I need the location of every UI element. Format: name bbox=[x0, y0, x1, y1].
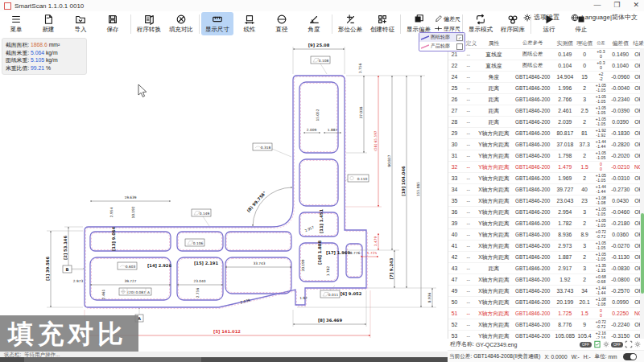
pencil-icon bbox=[435, 15, 442, 23]
table-row[interactable]: 31 -- Y轴方向距离 GBT14846-200 1.798 2 +1.05-… bbox=[448, 150, 644, 162]
linear-button[interactable]: 线性 bbox=[233, 12, 266, 35]
table-row[interactable]: 52 -- X轴方向距离 GBT14846-200 8.776 9 +0.72-… bbox=[448, 319, 644, 331]
cell-attr: X轴方向距离 bbox=[477, 197, 512, 205]
cell-custom: -- bbox=[460, 108, 477, 113]
diameter-button[interactable]: 直径 bbox=[266, 12, 298, 35]
table-row[interactable]: 22 -- 直线度 图纸公差 0.104 0 +0.30 0.1040 OK bbox=[448, 60, 644, 72]
toolbar-separator bbox=[130, 14, 131, 34]
dimension-texts: [9] 25.08 [5] 141.012 [8] 36.469 37.018 … bbox=[45, 43, 431, 334]
cell-attr: X轴方向距离 bbox=[477, 242, 512, 250]
info-row: 截面面积: 1868.6 mm² bbox=[6, 41, 83, 49]
watermark-fill-compare: 填充对比 bbox=[0, 315, 138, 356]
minimize-button[interactable]: — bbox=[593, 1, 601, 9]
cell-dev: -0.0040 bbox=[609, 85, 632, 91]
wall-thickness-ruler-button[interactable]: 壁厚尺 bbox=[435, 25, 460, 33]
dim-text: 2.009 bbox=[307, 128, 317, 132]
cell-dev: 0.0430 bbox=[609, 198, 632, 204]
maximize-button[interactable]: ❐ bbox=[613, 1, 620, 9]
menu-button[interactable]: 菜单 bbox=[0, 12, 32, 35]
drawing-canvas[interactable]: 0.149 0.106 0.603 0.318 0.108 0.011 0.11… bbox=[0, 36, 448, 352]
cell-no: 53 bbox=[448, 333, 460, 339]
table-row[interactable]: 47 -- X轴方向距离 GBT14846-200 1.92 2 +0.68-0… bbox=[448, 274, 644, 286]
dim-text: 1.92 bbox=[299, 296, 308, 300]
table-row[interactable]: 25 -- 距离 GBT14846-200 1.996 2 +1.05-1.05… bbox=[448, 83, 644, 94]
report-file-icon[interactable] bbox=[593, 340, 601, 348]
table-row[interactable]: 24 -- 角度 GBT14846-200 14.904 15 +2-2 -0.… bbox=[448, 72, 644, 83]
cell-tol-dn: -1.05 bbox=[597, 179, 606, 183]
scrollbar-thumb[interactable] bbox=[641, 213, 644, 294]
cell-meas: 0.149 bbox=[554, 51, 576, 57]
cell-attr: Y轴方向距离 bbox=[477, 152, 512, 160]
save-button[interactable]: 保存 bbox=[97, 12, 129, 35]
cell-tol-dn: 0 bbox=[600, 55, 602, 59]
dim-text: [2] 53.146 bbox=[63, 236, 68, 261]
section-info-panel: 截面面积: 1868.6 mm² 截面米重: 5.064 kg/m 图纸米重: … bbox=[2, 38, 87, 75]
angle-button[interactable]: 角度 bbox=[298, 12, 330, 35]
app-window: SmartScan 1.1.0.1 0010 — ❐ ✕ 菜单 新建 导入 保存… bbox=[0, 0, 644, 362]
cell-ref: GBT14846-200 bbox=[511, 299, 554, 305]
create-feature-button[interactable]: 创建特征 bbox=[366, 12, 398, 35]
table-row[interactable]: 27 -- 距离 GBT14846-200 2.461 2.5 +1.05-1.… bbox=[448, 105, 644, 117]
program-footer: 程序名称: GY-QC2349.eng OFF OFF bbox=[448, 339, 644, 350]
new-button[interactable]: 新建 bbox=[32, 12, 64, 35]
table-row[interactable]: 35 -- X轴方向距离 GBT14846-200 23.043 23 +1.0… bbox=[448, 195, 644, 207]
import-button[interactable]: 导入 bbox=[64, 12, 97, 35]
table-row[interactable]: 50 -- Y轴方向距离 GBT14846-200 20.199 20.1 +1… bbox=[448, 297, 644, 308]
cell-tolerance: +0.68-0.68 bbox=[593, 275, 609, 284]
toggle-off-badge[interactable]: OFF bbox=[611, 342, 623, 348]
cell-ref: GBT14846-200 bbox=[511, 265, 554, 271]
table-row[interactable]: 30 -- Y轴方向距离 GBT14846-200 37.018 37.3 +1… bbox=[448, 139, 644, 150]
cell-dev: -0.1130 bbox=[609, 254, 632, 260]
close-button[interactable]: ✕ bbox=[633, 1, 639, 9]
cell-tol-dn: -1.05 bbox=[597, 156, 606, 160]
unit-toggle-switch[interactable] bbox=[623, 353, 637, 360]
table-row[interactable]: 43 -- 距离 GBT14846-200 2.917 3 +1.35-1.35… bbox=[448, 263, 644, 274]
drawing-outline-checkbox[interactable]: ✓ bbox=[456, 35, 463, 41]
table-row[interactable]: 51 -- X轴方向距离 GBT14846-200 1.725 1.5 00 0… bbox=[448, 308, 644, 319]
cell-custom: -- bbox=[460, 220, 477, 226]
options-button[interactable]: 选项设置 bbox=[523, 13, 559, 22]
table-row[interactable]: 28 -- 距离 GBT14846-200 2.039 2 +1.05-1.05… bbox=[448, 117, 644, 128]
cell-tol-dn: -0.68 bbox=[597, 280, 606, 284]
cell-theo: 1.5 bbox=[576, 164, 593, 170]
cell-custom: -- bbox=[460, 51, 477, 57]
table-row[interactable]: 36 -- Y轴方向距离 GBT14846-200 2.954 3 +1.05-… bbox=[448, 207, 644, 218]
cell-dev: 0.0360 bbox=[609, 232, 632, 237]
cell-custom: -- bbox=[460, 277, 477, 282]
product-outline-checkbox[interactable] bbox=[456, 43, 463, 50]
table-row[interactable]: 49 -- X轴方向距离 GBT14846-200 33.743 34 +1.4… bbox=[448, 286, 644, 297]
fill-compare-button[interactable]: 填充对比 bbox=[165, 12, 197, 35]
table-row[interactable]: 39 -- Y轴方向距离 GBT14846-200 1.782 2 +1.05-… bbox=[448, 218, 644, 229]
status-bar-text: 等待用户操作... bbox=[24, 352, 60, 357]
table-row[interactable]: 34 -- X轴方向距离 GBT14846-200 39.727 40 +1.4… bbox=[448, 184, 644, 195]
table-row[interactable]: 41 -- X轴方向距离 GBT14846-200 2.973 3 +1.05-… bbox=[448, 241, 644, 252]
cell-ref: GBT14846-200 bbox=[511, 311, 554, 316]
table-row[interactable]: 33 -- Y轴方向距离 GBT14846-200 1.969 2 +1.05-… bbox=[448, 173, 644, 184]
cell-ref: GBT14846-200 bbox=[511, 153, 554, 158]
table-row[interactable]: 21 -- 直线度 图纸公差 0.149 0 +0.30 0.1490 OK bbox=[448, 49, 644, 60]
table-row[interactable]: 42 -- X轴方向距离 GBT14846-200 1.887 2 +1.05-… bbox=[448, 252, 644, 263]
cell-custom: -- bbox=[460, 198, 477, 204]
cell-custom: -- bbox=[460, 119, 477, 125]
gear-icon[interactable] bbox=[603, 341, 609, 348]
table-row[interactable]: 32 -- Y轴方向距离 GBT14846-200 1.479 1.5 00 -… bbox=[448, 162, 644, 173]
program-convert-button[interactable]: 程序转换 bbox=[133, 12, 165, 35]
display-mode-button[interactable]: 显示模式 bbox=[464, 12, 497, 35]
create-feature-icon bbox=[377, 14, 388, 25]
scroll-up-arrow[interactable]: ▲ bbox=[640, 39, 644, 43]
cell-meas: 2.917 bbox=[554, 265, 576, 271]
table-row[interactable]: 40 -- Y轴方向距离 GBT14846-200 8.936 8.9 +0.7… bbox=[448, 229, 644, 241]
table-row[interactable]: 29 -- Y轴方向距离 GBT14846-200 80.817 81 +1.9… bbox=[448, 128, 644, 139]
gear-icon[interactable] bbox=[634, 341, 641, 348]
toggle-off-badge[interactable]: OFF bbox=[580, 342, 592, 348]
cell-meas: 1.92 bbox=[554, 277, 576, 282]
table-row[interactable]: 26 -- 距离 GBT14846-200 2.766 3 +1.05-1.05… bbox=[448, 94, 644, 105]
deviation-ruler-button[interactable]: 偏差尺 bbox=[435, 15, 460, 23]
legend-drawing-outline[interactable]: 图纸轮廓 ✓ bbox=[419, 33, 464, 42]
gdt-button[interactable]: 形位公差 bbox=[334, 12, 366, 35]
legend-product-outline[interactable]: 产品轮廓 bbox=[419, 42, 464, 51]
table-scrollbar[interactable] bbox=[640, 48, 644, 341]
show-dimensions-button[interactable]: 显示尺寸 bbox=[201, 12, 233, 35]
frame-icon[interactable] bbox=[625, 340, 633, 348]
language-button[interactable]: Language|简体中文 bbox=[571, 13, 638, 22]
